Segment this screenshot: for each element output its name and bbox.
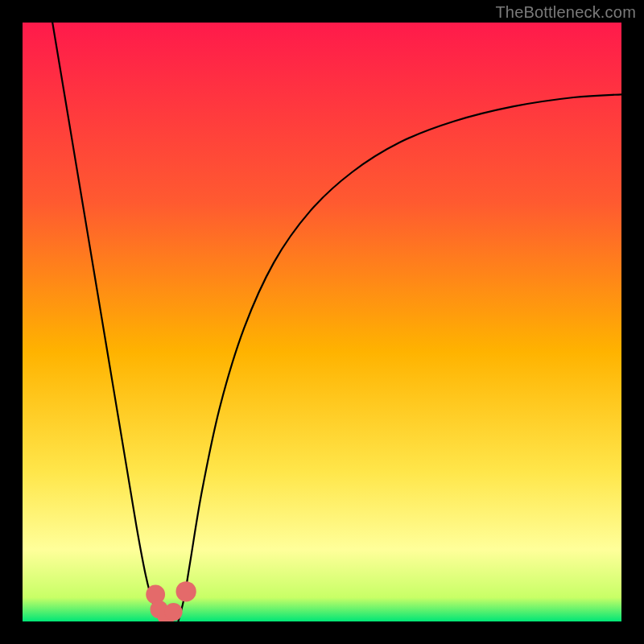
chart-outer-frame: TheBottleneck.com (0, 0, 644, 644)
chart-background (23, 23, 621, 621)
chart-plot-area (23, 23, 621, 621)
chart-svg (23, 23, 621, 621)
chart-watermark: TheBottleneck.com (495, 3, 636, 22)
accent-dot (164, 603, 182, 621)
accent-dot (175, 581, 196, 601)
